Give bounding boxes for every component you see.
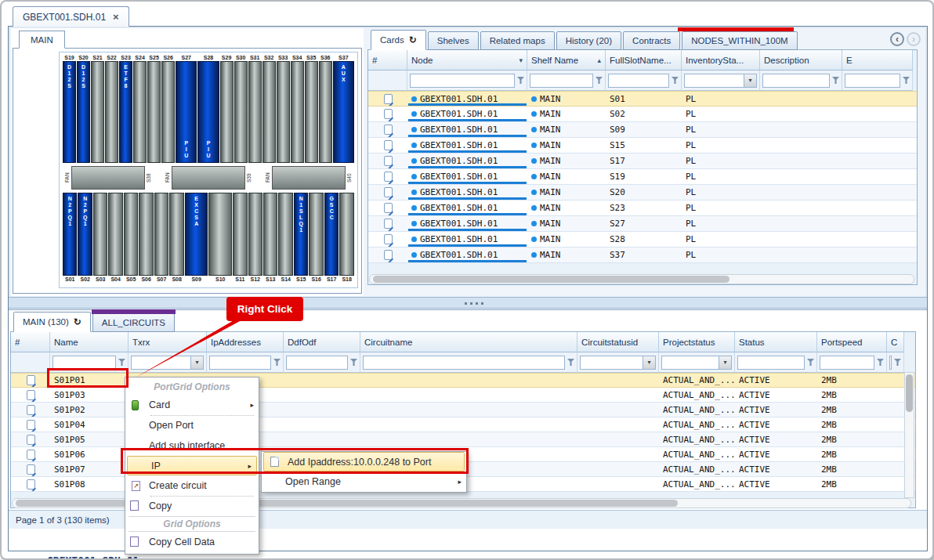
- filter-input[interactable]: [52, 356, 116, 370]
- cell-description[interactable]: [760, 247, 842, 262]
- cell-ddfodf[interactable]: [284, 417, 360, 432]
- filter-funnel-icon[interactable]: [903, 77, 910, 84]
- cell-ddfodf[interactable]: [284, 388, 360, 402]
- card-s23[interactable]: E T F 8: [119, 61, 132, 163]
- edit-document-icon[interactable]: [384, 156, 393, 166]
- cell-name[interactable]: S01P07: [50, 462, 129, 476]
- cards-grid-row[interactable]: GBEXT001.SDH.01MAINS19PL: [368, 169, 917, 185]
- cell-portspeed[interactable]: 2MB: [817, 462, 887, 476]
- cell-circuitstatusid[interactable]: [577, 388, 659, 402]
- edit-document-icon[interactable]: [27, 479, 35, 490]
- cell-shelf-name[interactable]: MAIN: [527, 169, 606, 184]
- cell-fullslotname[interactable]: S01: [606, 92, 682, 106]
- cell-extrainfo[interactable]: [842, 169, 913, 184]
- cell-extra[interactable]: [887, 403, 904, 417]
- cell-circuitstatusid[interactable]: [577, 447, 659, 461]
- edit-document-icon[interactable]: [384, 219, 393, 229]
- cell-status[interactable]: ACTIVE: [735, 432, 817, 446]
- filter-funnel-icon[interactable]: [672, 77, 679, 84]
- cell-extra[interactable]: [887, 462, 904, 476]
- tab-shelves[interactable]: Shelves: [428, 31, 479, 50]
- cell-extrainfo[interactable]: [842, 185, 913, 200]
- cell-name[interactable]: S01P08: [50, 477, 129, 491]
- cell-portspeed[interactable]: 2MB: [817, 388, 887, 402]
- cell-shelf-name[interactable]: MAIN: [527, 201, 606, 215]
- card-s29[interactable]: [220, 61, 233, 163]
- cell-node[interactable]: GBEXT001.SDH.01: [407, 107, 527, 121]
- filter-funnel-icon[interactable]: [517, 77, 524, 84]
- cards-grid-row[interactable]: GBEXT001.SDH.01MAINS27PL: [368, 216, 917, 232]
- edit-document-icon[interactable]: [27, 450, 35, 460]
- edit-document-icon[interactable]: [384, 140, 393, 150]
- cell-fullslotname[interactable]: S09: [606, 122, 682, 137]
- cell-extrainfo[interactable]: [842, 216, 913, 231]
- card-s13[interactable]: [263, 193, 277, 276]
- ports-grid-vscroll-thumb[interactable]: [906, 374, 913, 412]
- card-s05[interactable]: [124, 193, 138, 276]
- cell-extrainfo[interactable]: [842, 154, 913, 168]
- cell-extrainfo[interactable]: [842, 107, 913, 121]
- card-s32[interactable]: [262, 61, 276, 163]
- column-header-txrx[interactable]: Txrx: [129, 332, 207, 352]
- edit-document-icon[interactable]: [27, 420, 35, 430]
- card-s35[interactable]: [305, 61, 318, 163]
- filter-input[interactable]: [530, 74, 593, 88]
- cell-shelf-name[interactable]: MAIN: [527, 185, 606, 200]
- cell-node[interactable]: GBEXT001.SDH.01: [407, 232, 527, 247]
- filter-dropdown[interactable]: ▾: [580, 356, 656, 370]
- filter-dropdown[interactable]: ▾: [684, 74, 757, 88]
- menu-item-open-port[interactable]: Open Port: [125, 415, 259, 435]
- filter-dropdown[interactable]: ▾: [661, 356, 732, 370]
- card-s09[interactable]: E X C S A: [185, 193, 208, 276]
- cards-grid-hscroll-thumb[interactable]: [373, 276, 729, 283]
- cell-fullslotname[interactable]: S27: [606, 216, 682, 231]
- card-s14[interactable]: [278, 193, 292, 276]
- card-s15[interactable]: N 1 S L Q 1: [294, 193, 308, 276]
- filter-funnel-icon[interactable]: [350, 359, 357, 366]
- close-icon[interactable]: ×: [113, 11, 119, 23]
- card-s36[interactable]: [319, 61, 332, 163]
- cell-inventorystatus[interactable]: PL: [682, 107, 760, 121]
- cell-inventorystatus[interactable]: PL: [682, 185, 760, 200]
- cell-node[interactable]: GBEXT001.SDH.01: [407, 216, 527, 231]
- cell-description[interactable]: [760, 107, 842, 121]
- card-s03[interactable]: [93, 193, 107, 276]
- cell-fullslotname[interactable]: S02: [606, 107, 682, 121]
- card-s07[interactable]: [154, 193, 168, 276]
- card-s31[interactable]: [248, 61, 262, 163]
- filter-input[interactable]: [410, 74, 515, 88]
- column-header-status[interactable]: Status: [735, 332, 817, 352]
- cell-circuitstatusid[interactable]: [577, 417, 659, 432]
- card-s33[interactable]: [277, 61, 290, 163]
- filter-input[interactable]: [889, 356, 892, 370]
- cell-inventorystatus[interactable]: PL: [682, 216, 760, 231]
- cell-extra[interactable]: [887, 417, 904, 432]
- cell-inventorystatus[interactable]: PL: [682, 201, 760, 215]
- cell-name[interactable]: S01P01: [50, 374, 129, 387]
- edit-document-icon[interactable]: [27, 435, 35, 445]
- edit-document-icon[interactable]: [384, 203, 393, 213]
- cell-ddfodf[interactable]: [284, 374, 360, 387]
- cards-grid-row[interactable]: GBEXT001.SDH.01MAINS28PL: [368, 232, 917, 247]
- filter-input[interactable]: [845, 74, 900, 88]
- cell-name[interactable]: S01P04: [50, 417, 129, 432]
- cell-circuitstatusid[interactable]: [577, 403, 659, 417]
- scroll-tabs-right-button[interactable]: ›: [907, 32, 921, 46]
- cell-name[interactable]: S01P06: [50, 447, 129, 461]
- cell-extrainfo[interactable]: [842, 122, 913, 137]
- cards-grid-row[interactable]: GBEXT001.SDH.01MAINS01PL: [368, 91, 917, 107]
- card-s18[interactable]: [339, 193, 353, 276]
- card-s08[interactable]: [169, 193, 183, 276]
- cell-circuitstatusid[interactable]: [577, 432, 659, 446]
- cell-projectstatus[interactable]: ACTUAL_AND_...: [659, 374, 735, 387]
- cell-status[interactable]: ACTIVE: [735, 417, 817, 432]
- column-header-projectstatus[interactable]: Projectstatus: [659, 332, 735, 352]
- cell-circuitname[interactable]: [360, 388, 577, 402]
- tab-main-130[interactable]: MAIN (130)↻: [13, 312, 91, 332]
- cell-projectstatus[interactable]: ACTUAL_AND_...: [659, 417, 735, 432]
- column-header-node[interactable]: Node▾: [407, 50, 527, 70]
- cards-grid-row[interactable]: GBEXT001.SDH.01MAINS17PL: [368, 154, 917, 169]
- cell-inventorystatus[interactable]: PL: [682, 154, 760, 168]
- cell-projectstatus[interactable]: ACTUAL_AND_...: [659, 447, 735, 461]
- cell-inventorystatus[interactable]: PL: [682, 122, 760, 137]
